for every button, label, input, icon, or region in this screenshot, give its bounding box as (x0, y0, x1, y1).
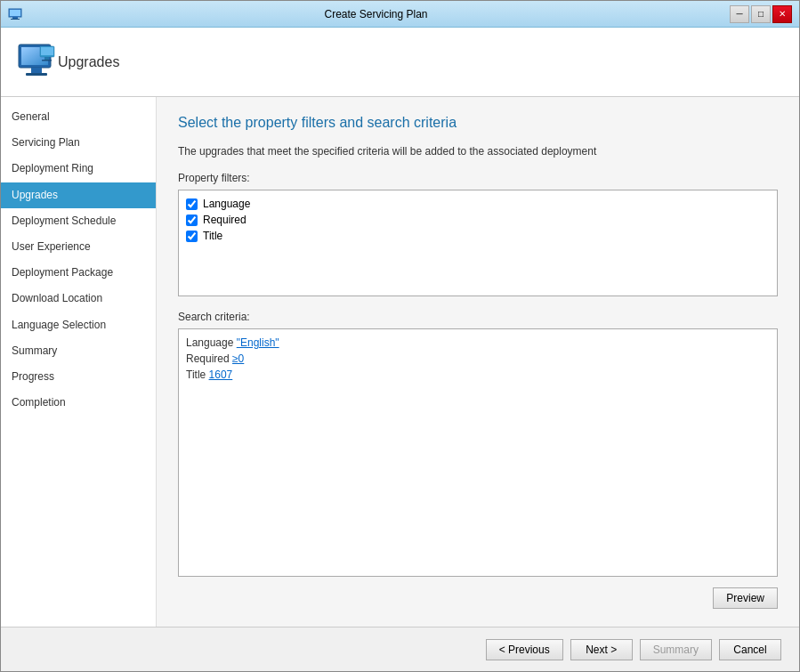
search-prefix-language: Language (186, 336, 237, 349)
preview-button[interactable]: Preview (713, 587, 778, 609)
search-link-required[interactable]: ≥0 (232, 352, 244, 365)
window-controls: ─ □ ✕ (730, 5, 792, 23)
filter-checkbox-title[interactable] (186, 231, 198, 242)
sidebar-item-download-location[interactable]: Download Location (1, 286, 156, 312)
titlebar: Create Servicing Plan ─ □ ✕ (1, 1, 799, 28)
filter-label-language: Language (203, 198, 250, 210)
app-icon (8, 7, 22, 21)
search-line-title: Title 1607 (186, 368, 770, 381)
svg-rect-7 (31, 68, 42, 73)
summary-button[interactable]: Summary (640, 639, 712, 660)
search-prefix-required: Required (186, 352, 232, 365)
svg-rect-1 (10, 10, 20, 16)
header-title: Upgrades (58, 54, 119, 70)
sidebar-item-completion[interactable]: Completion (1, 390, 156, 416)
preview-btn-row: Preview (178, 587, 778, 609)
header-bar: Upgrades (1, 28, 799, 97)
main-panel: Select the property filters and search c… (157, 97, 799, 627)
svg-rect-8 (26, 73, 47, 76)
content-area: GeneralServicing PlanDeployment RingUpgr… (1, 97, 799, 627)
filter-label-required: Required (203, 214, 246, 226)
main-window: Create Servicing Plan ─ □ ✕ (0, 0, 800, 672)
filter-checkbox-required[interactable] (186, 215, 198, 226)
footer: < Previous Next > Summary Cancel (1, 627, 799, 671)
filter-label-title: Title (203, 230, 222, 242)
svg-rect-11 (44, 57, 49, 60)
search-line-required: Required ≥0 (186, 352, 770, 365)
next-button[interactable]: Next > (570, 639, 633, 660)
header-icon (15, 41, 58, 84)
sidebar-item-deployment-package[interactable]: Deployment Package (1, 260, 156, 286)
page-title: Select the property filters and search c… (178, 115, 778, 131)
search-link-language[interactable]: "English" (237, 336, 279, 349)
svg-rect-12 (42, 60, 52, 61)
description-text: The upgrades that meet the specified cri… (178, 145, 778, 158)
search-line-language: Language "English" (186, 336, 770, 349)
svg-rect-2 (12, 17, 18, 19)
sidebar-item-deployment-ring[interactable]: Deployment Ring (1, 156, 156, 182)
filter-item-language: Language (186, 198, 770, 210)
sidebar-item-progress[interactable]: Progress (1, 364, 156, 390)
search-criteria-label: Search criteria: (178, 311, 778, 323)
search-prefix-title: Title (186, 368, 209, 381)
cancel-button[interactable]: Cancel (719, 639, 781, 660)
filter-checkbox-language[interactable] (186, 198, 198, 210)
sidebar-item-user-experience[interactable]: User Experience (1, 234, 156, 260)
search-link-title[interactable]: 1607 (209, 368, 233, 381)
sidebar-item-deployment-schedule[interactable]: Deployment Schedule (1, 208, 156, 234)
maximize-button[interactable]: □ (751, 5, 771, 23)
previous-button[interactable]: < Previous (486, 639, 563, 660)
svg-rect-10 (41, 47, 53, 55)
filter-item-required: Required (186, 214, 770, 226)
sidebar-item-servicing-plan[interactable]: Servicing Plan (1, 130, 156, 156)
filter-item-title: Title (186, 230, 770, 242)
minimize-button[interactable]: ─ (730, 5, 749, 23)
sidebar-item-general[interactable]: General (1, 104, 156, 130)
property-filters-label: Property filters: (178, 172, 778, 184)
sidebar-item-upgrades[interactable]: Upgrades (1, 182, 156, 208)
sidebar: GeneralServicing PlanDeployment RingUpgr… (1, 97, 157, 627)
search-criteria-box: Language "English"Required ≥0Title 1607 (178, 328, 778, 577)
close-button[interactable]: ✕ (772, 5, 792, 23)
svg-rect-3 (11, 19, 20, 20)
sidebar-item-language-selection[interactable]: Language Selection (1, 312, 156, 338)
property-filters-box: LanguageRequiredTitle (178, 190, 778, 296)
sidebar-item-summary[interactable]: Summary (1, 338, 156, 364)
window-title: Create Servicing Plan (22, 8, 730, 20)
